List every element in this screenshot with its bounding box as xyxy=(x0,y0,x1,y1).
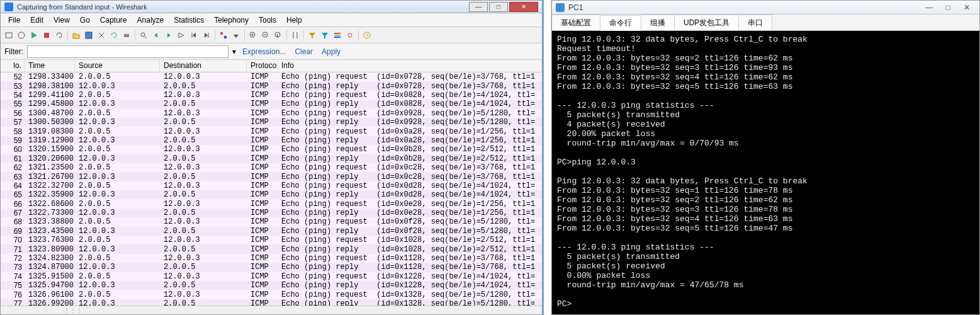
packet-list[interactable]: 521298.334002.0.0.512.0.0.3ICMPEcho (pin… xyxy=(1,72,542,306)
options-icon[interactable] xyxy=(16,30,27,41)
tab-multicast[interactable]: 组播 xyxy=(641,14,675,30)
svg-marker-30 xyxy=(322,33,328,38)
print-icon[interactable] xyxy=(121,30,132,41)
svg-marker-19 xyxy=(234,35,239,38)
reload-icon[interactable] xyxy=(108,30,120,41)
wireshark-app-icon xyxy=(4,3,13,11)
tab-cli[interactable]: 命令行 xyxy=(600,15,641,31)
goto-icon[interactable] xyxy=(176,30,187,41)
forward-icon[interactable] xyxy=(163,30,174,41)
splitter-grip-icon[interactable]: ⋮⋮⋮ xyxy=(64,307,82,314)
expression-button[interactable]: Expression... xyxy=(240,46,288,57)
filter-dropdown-icon[interactable]: ▾ xyxy=(232,47,236,56)
back-icon[interactable] xyxy=(150,30,162,41)
display-filters-icon[interactable] xyxy=(319,30,330,41)
svg-marker-14 xyxy=(193,33,196,38)
colorize-icon[interactable] xyxy=(218,30,229,41)
svg-rect-32 xyxy=(334,35,341,36)
wireshark-statusbar: ⋮⋮⋮ xyxy=(1,306,542,314)
restart-capture-icon[interactable] xyxy=(54,30,65,41)
pc1-minimize-button[interactable]: — xyxy=(920,3,938,13)
packet-list-headers: lo. Time Source Destination Protocol Inf… xyxy=(1,60,542,72)
menu-help[interactable]: Help xyxy=(281,14,307,26)
svg-rect-7 xyxy=(124,34,129,37)
svg-rect-33 xyxy=(334,37,341,38)
menu-statistics[interactable]: Statistics xyxy=(169,14,209,26)
minimize-button[interactable]: — xyxy=(469,2,488,12)
tab-basic-config[interactable]: 基础配置 xyxy=(552,14,600,30)
col-time[interactable]: Time xyxy=(25,60,75,72)
zoom-out-icon[interactable] xyxy=(260,30,271,41)
capture-filters-icon[interactable] xyxy=(307,30,318,41)
start-capture-icon[interactable] xyxy=(28,30,40,41)
svg-marker-12 xyxy=(179,33,184,38)
find-icon[interactable] xyxy=(138,30,149,41)
preferences-icon[interactable] xyxy=(344,30,356,41)
wireshark-window: Capturing from Standard input - Wireshar… xyxy=(0,0,543,315)
menu-tools[interactable]: Tools xyxy=(254,14,281,26)
svg-point-1 xyxy=(18,32,25,38)
col-destination[interactable]: Destination xyxy=(160,60,247,72)
svg-marker-11 xyxy=(167,33,171,38)
pc1-titlebar[interactable]: PC1 — □ ✕ xyxy=(552,1,979,14)
svg-rect-3 xyxy=(44,33,49,38)
pc1-app-icon xyxy=(556,3,565,12)
col-source[interactable]: Source xyxy=(75,60,160,72)
menu-edit[interactable]: Edit xyxy=(25,14,48,26)
interfaces-icon[interactable] xyxy=(3,30,14,41)
pc1-maximize-button[interactable]: □ xyxy=(939,3,957,13)
zoom-in-icon[interactable] xyxy=(247,30,259,41)
menu-file[interactable]: File xyxy=(3,14,25,26)
filter-input[interactable] xyxy=(27,45,228,58)
menu-capture[interactable]: Capture xyxy=(95,14,132,26)
svg-rect-17 xyxy=(220,32,223,35)
menu-go[interactable]: Go xyxy=(75,14,95,26)
window-gap xyxy=(543,0,551,315)
wireshark-toolbar: 1 ? xyxy=(1,27,542,43)
svg-rect-31 xyxy=(334,33,341,34)
svg-marker-2 xyxy=(31,32,37,38)
svg-rect-4 xyxy=(86,32,92,38)
pc1-window: PC1 — □ ✕ 基础配置 命令行 组播 UDP发包工具 串口 Ping 12… xyxy=(551,0,980,315)
col-info[interactable]: Info xyxy=(278,60,542,72)
menu-view[interactable]: View xyxy=(48,14,75,26)
menu-telephony[interactable]: Telephony xyxy=(209,14,254,26)
save-icon[interactable] xyxy=(83,30,94,41)
pc1-tabs: 基础配置 命令行 组播 UDP发包工具 串口 xyxy=(552,14,979,31)
svg-marker-10 xyxy=(154,33,157,38)
clear-button[interactable]: Clear xyxy=(292,46,315,57)
svg-marker-29 xyxy=(309,33,315,38)
last-icon[interactable] xyxy=(201,30,212,41)
pc1-terminal[interactable]: Ping 12.0.0.3: 32 data bytes, Press Ctrl… xyxy=(552,31,979,314)
svg-rect-18 xyxy=(224,36,227,38)
tab-serial[interactable]: 串口 xyxy=(739,14,772,30)
help-icon[interactable]: ? xyxy=(361,30,373,41)
resize-columns-icon[interactable] xyxy=(290,30,301,41)
zoom-reset-icon[interactable]: 1 xyxy=(273,30,284,41)
col-no[interactable]: lo. xyxy=(1,60,25,72)
svg-rect-0 xyxy=(6,33,12,38)
col-protocol[interactable]: Protocol xyxy=(247,60,278,72)
pc1-title: PC1 xyxy=(568,3,583,12)
svg-point-34 xyxy=(348,33,352,37)
first-icon[interactable] xyxy=(188,30,200,41)
svg-marker-16 xyxy=(205,33,208,38)
wireshark-menubar: File Edit View Go Capture Analyze Statis… xyxy=(1,13,542,27)
autoscroll-icon[interactable] xyxy=(230,30,242,41)
pc1-close-button[interactable]: ✕ xyxy=(958,3,976,13)
close-button[interactable]: ✕ xyxy=(509,2,538,12)
apply-button[interactable]: Apply xyxy=(319,46,343,57)
wireshark-filterbar: Filter: ▾ Expression... Clear Apply xyxy=(1,43,542,60)
close-file-icon[interactable] xyxy=(96,30,107,41)
filter-label: Filter: xyxy=(4,47,23,56)
stop-capture-icon[interactable] xyxy=(41,30,52,41)
packet-row[interactable]: 771326.9920012.0.0.32.0.0.5ICMPEcho (pin… xyxy=(1,299,542,306)
coloring-rules-icon[interactable] xyxy=(332,30,343,41)
wireshark-titlebar[interactable]: Capturing from Standard input - Wireshar… xyxy=(1,1,542,13)
tab-udp-tool[interactable]: UDP发包工具 xyxy=(675,14,739,30)
maximize-button[interactable]: □ xyxy=(489,2,508,12)
svg-text:1: 1 xyxy=(276,33,279,37)
menu-analyze[interactable]: Analyze xyxy=(132,14,169,26)
open-icon[interactable] xyxy=(70,30,82,41)
svg-text:?: ? xyxy=(366,33,369,38)
